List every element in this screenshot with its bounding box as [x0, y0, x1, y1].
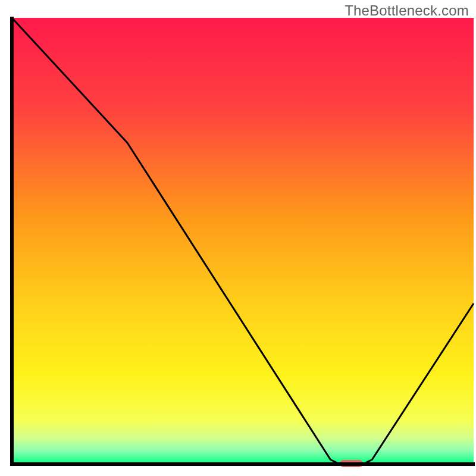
plot-area	[10, 17, 475, 467]
bottleneck-chart: TheBottleneck.com	[0, 0, 476, 476]
watermark-text: TheBottleneck.com	[345, 2, 469, 19]
chart-svg	[0, 0, 476, 476]
gradient-background	[12, 18, 474, 464]
